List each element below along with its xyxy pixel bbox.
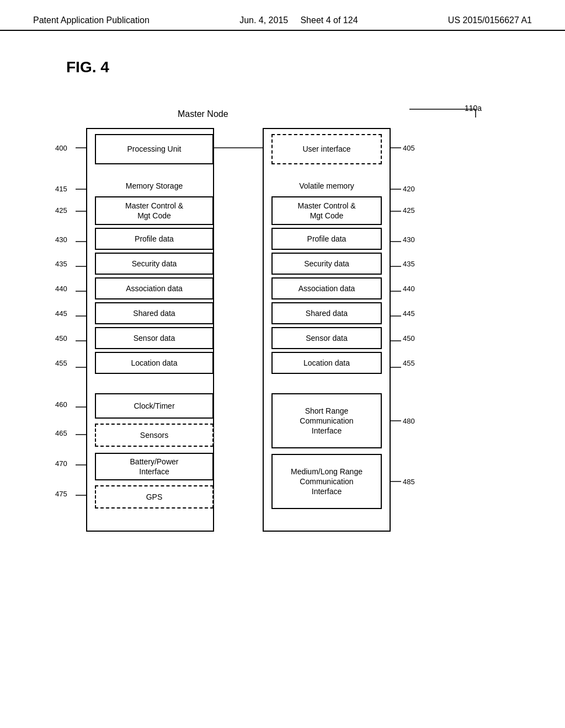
header-left: Patent Application Publication xyxy=(33,15,150,25)
header-center: Jun. 4, 2015 Sheet 4 of 124 xyxy=(239,15,358,25)
ref-445: 445 xyxy=(55,309,67,318)
ref-480: 480 xyxy=(403,417,415,425)
ref-475: 475 xyxy=(55,490,67,498)
node-id-label: 110a xyxy=(465,104,482,113)
ref-455r: 455 xyxy=(403,359,415,367)
volatile-memory-label-box: Volatile memory xyxy=(271,178,382,194)
battery-power-box: Battery/Power Interface xyxy=(95,453,214,480)
ref-445r: 445 xyxy=(403,309,415,318)
sensor-left-box: Sensor data xyxy=(95,327,214,349)
master-control-right-box: Master Control & Mgt Code xyxy=(271,196,382,225)
security-left-box: Security data xyxy=(95,253,214,275)
sensors-box: Sensors xyxy=(95,424,214,447)
short-range-box: Short Range Communication Interface xyxy=(271,393,382,448)
profile-right-box: Profile data xyxy=(271,228,382,250)
shared-left-box: Shared data xyxy=(95,302,214,324)
ref-400: 400 xyxy=(55,144,67,152)
ref-435: 435 xyxy=(55,260,67,268)
processing-unit-box: Processing Unit xyxy=(95,134,214,164)
ref-455: 455 xyxy=(55,359,67,367)
ref-450r: 450 xyxy=(403,334,415,342)
ref-430: 430 xyxy=(55,235,67,244)
ref-450: 450 xyxy=(55,334,67,342)
header-sheet: Sheet 4 of 124 xyxy=(300,15,358,25)
figure-title: FIG. 4 xyxy=(66,58,565,76)
ref-405: 405 xyxy=(403,144,415,152)
ref-425: 425 xyxy=(55,206,67,215)
ref-440: 440 xyxy=(55,285,67,293)
page-header: Patent Application Publication Jun. 4, 2… xyxy=(0,0,565,31)
ref-470: 470 xyxy=(55,459,67,468)
location-left-box: Location data xyxy=(95,352,214,374)
shared-right-box: Shared data xyxy=(271,302,382,324)
header-date: Jun. 4, 2015 xyxy=(239,15,288,25)
clock-timer-box: Clock/Timer xyxy=(95,393,214,419)
master-control-left-box: Master Control & Mgt Code xyxy=(95,196,214,225)
ref-420: 420 xyxy=(403,185,415,193)
sensor-right-box: Sensor data xyxy=(271,327,382,349)
ref-435r: 435 xyxy=(403,260,415,268)
association-right-box: Association data xyxy=(271,277,382,299)
ref-460: 460 xyxy=(55,400,67,409)
association-left-box: Association data xyxy=(95,277,214,299)
master-node-label: Master Node xyxy=(178,109,228,119)
ref-440r: 440 xyxy=(403,285,415,293)
location-right-box: Location data xyxy=(271,352,382,374)
header-right: US 2015/0156627 A1 xyxy=(448,15,532,25)
user-interface-box: User interface xyxy=(271,134,382,164)
diagram-area: Master Node 110a Processing Unit User in… xyxy=(45,98,520,628)
profile-left-box: Profile data xyxy=(95,228,214,250)
ref-415: 415 xyxy=(55,185,67,193)
ref-425r: 425 xyxy=(403,206,415,215)
medium-long-range-box: Medium/Long Range Communication Interfac… xyxy=(271,454,382,509)
ref-485: 485 xyxy=(403,478,415,486)
gps-box: GPS xyxy=(95,485,214,508)
ref-465: 465 xyxy=(55,429,67,437)
ref-430r: 430 xyxy=(403,235,415,244)
memory-storage-label-box: Memory Storage xyxy=(95,178,214,194)
security-right-box: Security data xyxy=(271,253,382,275)
